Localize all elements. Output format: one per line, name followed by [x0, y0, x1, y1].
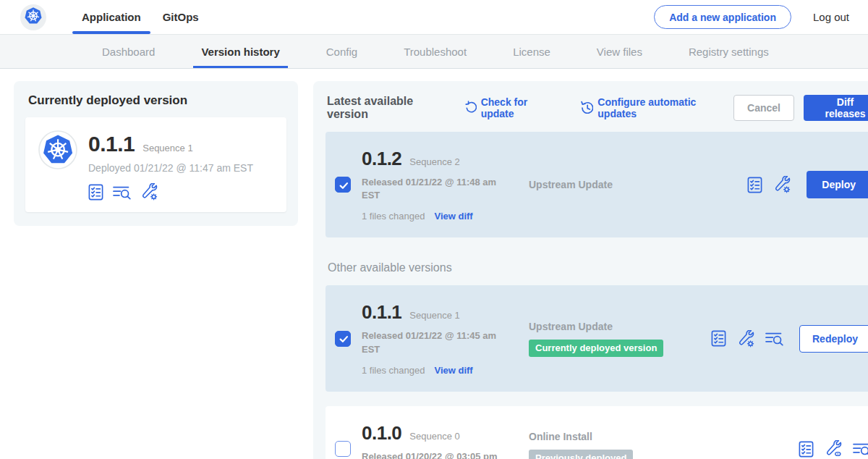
subnav-item-dashboard[interactable]: Dashboard: [94, 35, 163, 68]
currently-deployed-panel: Currently deployed version 0.1.1 Sequenc…: [14, 81, 298, 226]
preflight-results-icon[interactable]: [113, 185, 131, 200]
version-number: 0.1.2: [362, 148, 401, 170]
app-logo: [20, 4, 46, 30]
diff-releases-button[interactable]: Diff releases: [804, 95, 868, 121]
version-row-0-1-2: 0.1.2 Sequence 2 Released 01/21/22 @ 11:…: [326, 132, 868, 237]
release-notes-icon[interactable]: [799, 441, 814, 458]
check-for-update-label: Check for update: [481, 96, 561, 119]
tab-gitops[interactable]: GitOps: [152, 0, 210, 34]
kubernetes-logo-icon: [24, 7, 43, 28]
configure-automatic-updates-link[interactable]: Configure automatic updates: [580, 96, 733, 119]
version-info: 0.1.1 Sequence 1 Released 01/21/22 @ 11:…: [362, 301, 505, 375]
version-history-panel: Latest available version Check for updat…: [313, 81, 868, 459]
files-changed-label: 1 files changed: [362, 211, 425, 222]
view-diff-link[interactable]: View diff: [434, 211, 472, 222]
version-number: 0.1.0: [362, 422, 401, 445]
source-label: Upstream Update: [529, 321, 711, 332]
version-history-page: Currently deployed version 0.1.1 Sequenc…: [0, 69, 868, 459]
edit-config-icon[interactable]: [773, 176, 791, 193]
preflight-results-icon[interactable]: [853, 442, 868, 457]
files-changed-label: 1 files changed: [362, 365, 425, 376]
redeploy-button[interactable]: Redeploy: [799, 325, 868, 353]
refresh-icon: [464, 101, 477, 115]
deployed-timestamp: Deployed 01/21/22 @ 11:47 am EST: [88, 162, 253, 174]
top-navigation: Application GitOps Add a new application…: [0, 0, 868, 35]
cancel-button[interactable]: Cancel: [733, 95, 794, 121]
tab-application[interactable]: Application: [71, 0, 152, 34]
application-subnav: Dashboard Version history Config Trouble…: [0, 35, 868, 69]
version-source: Online Install Previously deployed: [529, 431, 711, 459]
version-number: 0.1.1: [362, 301, 401, 324]
deployed-panel-title: Currently deployed version: [28, 93, 286, 108]
version-checkbox[interactable]: [335, 441, 351, 457]
released-timestamp: Released 01/21/22 @ 11:48 am EST: [362, 176, 499, 202]
deployed-version-card: 0.1.1 Sequence 1 Deployed 01/21/22 @ 11:…: [25, 117, 286, 212]
kubernetes-app-icon: [38, 130, 77, 201]
release-notes-icon[interactable]: [711, 330, 726, 347]
version-actions: Deploy: [747, 171, 868, 198]
subnav-item-troubleshoot[interactable]: Troubleshoot: [396, 35, 475, 68]
clock-refresh-icon: [580, 101, 593, 116]
view-config-icon[interactable]: [825, 440, 842, 458]
version-checkbox[interactable]: [335, 177, 351, 193]
deployed-version-number: 0.1.1: [88, 132, 135, 156]
released-timestamp: Released 01/21/22 @ 11:45 am EST: [362, 329, 499, 355]
configure-automatic-updates-label: Configure automatic updates: [597, 96, 733, 119]
version-row-0-1-0: 0.1.0 Sequence 0 Released 01/20/22 @ 03:…: [326, 406, 868, 459]
latest-version-title: Latest available version: [327, 95, 454, 121]
version-actions: Redeploy: [711, 325, 868, 353]
version-checkbox[interactable]: [335, 331, 351, 347]
version-source: Upstream Update: [529, 179, 711, 190]
deployed-version-info: 0.1.1 Sequence 1 Deployed 01/21/22 @ 11:…: [88, 130, 253, 201]
subnav-item-view-files[interactable]: View files: [589, 35, 650, 68]
deploy-button-wrap: Deploy: [807, 171, 868, 198]
deploy-button[interactable]: Deploy: [807, 171, 868, 198]
version-row-0-1-1: 0.1.1 Sequence 1 Released 01/21/22 @ 11:…: [326, 285, 868, 391]
subnav-item-license[interactable]: License: [505, 35, 558, 68]
deployed-sequence-label: Sequence 1: [142, 143, 192, 153]
release-notes-icon[interactable]: [88, 184, 103, 201]
preflight-results-icon[interactable]: [765, 331, 783, 346]
other-versions-label: Other available versions: [328, 261, 868, 274]
source-label: Upstream Update: [529, 179, 711, 190]
edit-config-icon[interactable]: [140, 183, 158, 201]
sequence-label: Sequence 0: [409, 431, 459, 442]
released-timestamp: Released 01/20/22 @ 03:05 pm EST: [362, 450, 499, 459]
source-label: Online Install: [529, 431, 711, 442]
subnav-item-registry-settings[interactable]: Registry settings: [681, 35, 777, 68]
subnav-item-config[interactable]: Config: [318, 35, 365, 68]
redeploy-button-wrap: Redeploy: [799, 325, 868, 353]
top-tabs: Application GitOps: [71, 0, 210, 34]
version-actions: [799, 440, 868, 458]
previously-deployed-badge: Previously deployed: [529, 450, 633, 459]
release-notes-icon[interactable]: [747, 177, 762, 193]
currently-deployed-badge: Currently deployed version: [529, 340, 663, 357]
latest-version-header: Latest available version Check for updat…: [327, 95, 868, 121]
edit-config-icon[interactable]: [737, 330, 754, 348]
subnav-item-version-history[interactable]: Version history: [193, 35, 287, 68]
logout-link[interactable]: Log out: [813, 11, 849, 23]
view-diff-link[interactable]: View diff: [434, 365, 472, 376]
check-for-update-link[interactable]: Check for update: [464, 96, 561, 119]
add-application-button[interactable]: Add a new application: [654, 5, 791, 29]
sequence-label: Sequence 2: [409, 156, 459, 167]
version-info: 0.1.0 Sequence 0 Released 01/20/22 @ 03:…: [362, 422, 505, 459]
sequence-label: Sequence 1: [409, 310, 459, 321]
version-source: Upstream Update Currently deployed versi…: [529, 321, 711, 357]
version-info: 0.1.2 Sequence 2 Released 01/21/22 @ 11:…: [362, 148, 505, 222]
